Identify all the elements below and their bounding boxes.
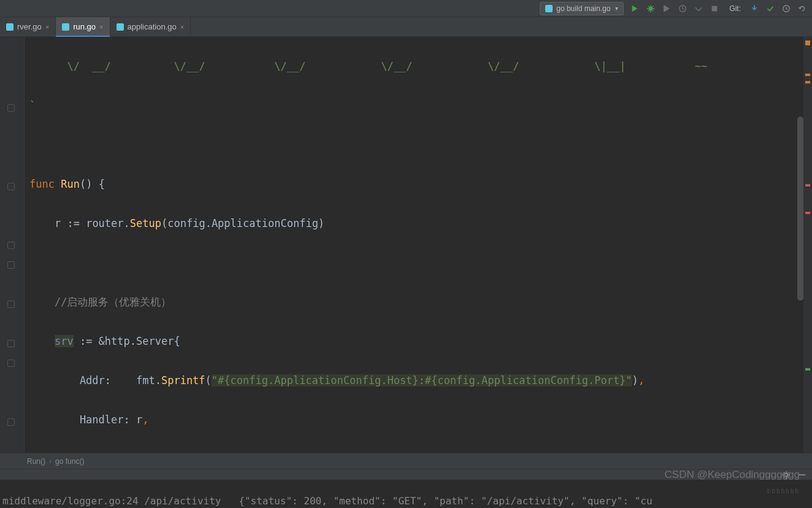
close-icon[interactable]: ×: [180, 23, 184, 31]
fold-icon[interactable]: [7, 242, 15, 249]
svg-point-0: [649, 6, 653, 10]
code-editor[interactable]: \/ __/ \/__/ \/__/ \/__/ \/__/ \|__| ~~ …: [0, 37, 812, 453]
run-icon[interactable]: [630, 4, 640, 13]
go-file-icon: [62, 23, 69, 31]
error-marker[interactable]: [805, 212, 810, 214]
rollback-icon[interactable]: [797, 4, 807, 13]
run-configuration-dropdown[interactable]: go build main.go ▾: [540, 2, 624, 15]
watermark: CSDN @KeepCodinggggggg: [665, 469, 800, 481]
watermark-sub: bbbbbbb: [767, 488, 800, 495]
status-marker: [805, 40, 810, 45]
coverage-icon[interactable]: [662, 4, 672, 13]
git-history-icon[interactable]: [781, 4, 791, 13]
toolbar-actions: Git:: [630, 4, 807, 13]
editor-tabs: rver.go × run.go × application.go ×: [0, 17, 812, 37]
git-label: Git:: [729, 4, 741, 13]
fold-icon[interactable]: [7, 183, 15, 190]
console-output[interactable]: middleware/logger.go:24 /api/activity {"…: [0, 480, 812, 508]
warning-marker[interactable]: [805, 81, 810, 83]
top-toolbar: go build main.go ▾ Git:: [0, 0, 812, 17]
breadcrumb: Run() › go func(): [0, 453, 812, 469]
code-content[interactable]: \/ __/ \/__/ \/__/ \/__/ \/__/ \|__| ~~ …: [25, 37, 803, 453]
chevron-right-icon: ›: [49, 457, 52, 466]
fold-icon[interactable]: [7, 418, 15, 426]
console-line: middleware/logger.go:24 /api/activity {"…: [2, 494, 812, 508]
stop-icon[interactable]: [710, 4, 719, 13]
change-marker[interactable]: [805, 368, 810, 371]
breadcrumb-item[interactable]: Run(): [27, 457, 45, 466]
git-update-icon[interactable]: [749, 4, 759, 13]
error-marker[interactable]: [805, 184, 810, 187]
tab-label: rver.go: [17, 22, 42, 31]
fold-icon[interactable]: [7, 340, 15, 347]
run-config-label: go build main.go: [556, 4, 610, 13]
go-icon: [545, 5, 553, 12]
git-commit-icon[interactable]: [765, 4, 775, 13]
warning-marker[interactable]: [805, 74, 810, 76]
tab-label: application.go: [128, 22, 177, 31]
scrollbar-track[interactable]: [796, 37, 803, 453]
svg-rect-5: [799, 474, 806, 475]
gutter[interactable]: [0, 37, 25, 453]
tab-run-go[interactable]: run.go ×: [56, 17, 110, 36]
marker-strip[interactable]: [803, 37, 812, 453]
close-icon[interactable]: ×: [45, 23, 49, 31]
attach-icon[interactable]: [694, 4, 703, 13]
close-icon[interactable]: ×: [99, 23, 103, 31]
go-file-icon: [117, 23, 124, 31]
tab-rver-go[interactable]: rver.go ×: [0, 17, 56, 36]
fold-icon[interactable]: [7, 261, 15, 269]
tab-label: run.go: [73, 22, 96, 31]
scrollbar-thumb[interactable]: [797, 117, 803, 301]
debug-icon[interactable]: [646, 4, 656, 13]
go-file-icon: [6, 23, 13, 31]
fold-icon[interactable]: [7, 360, 15, 367]
fold-icon[interactable]: [7, 301, 15, 308]
breadcrumb-item[interactable]: go func(): [55, 457, 84, 466]
fold-icon[interactable]: [7, 104, 15, 112]
profile-icon[interactable]: [678, 4, 688, 13]
tab-application-go[interactable]: application.go ×: [110, 17, 191, 36]
chevron-down-icon: ▾: [615, 5, 618, 12]
svg-rect-2: [712, 6, 718, 11]
